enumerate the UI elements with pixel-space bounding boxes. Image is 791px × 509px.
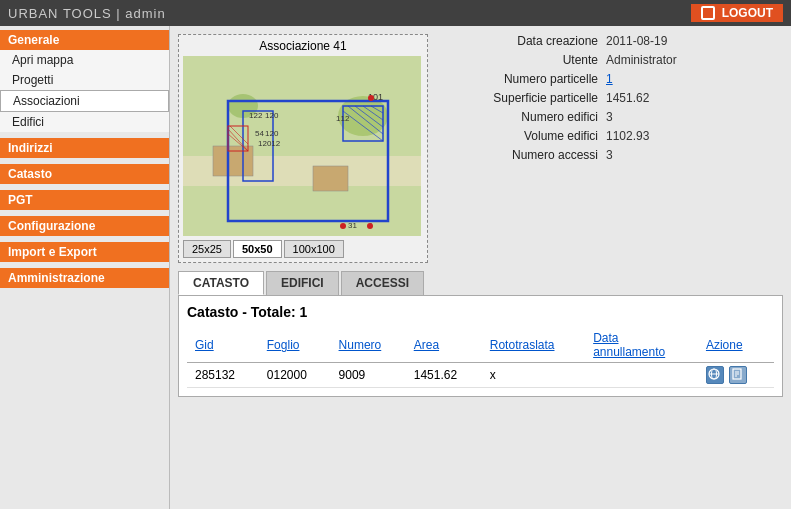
col-foglio[interactable]: Foglio	[259, 328, 331, 363]
col-gid[interactable]: Gid	[187, 328, 259, 363]
info-value-volume-edifici: 1102.93	[606, 129, 649, 143]
svg-point-29	[367, 223, 373, 229]
map-image: 101 112 122 120 54 120 12012 31 4	[183, 56, 421, 236]
sidebar-section-catasto[interactable]: Catasto	[0, 164, 169, 184]
svg-text:54: 54	[255, 129, 264, 138]
col-azione: Azione	[698, 328, 774, 363]
header: URBAN TOOLS | admin LOGOUT	[0, 0, 791, 26]
sidebar-section-import-export[interactable]: Import e Export	[0, 242, 169, 262]
col-area[interactable]: Area	[406, 328, 482, 363]
info-value-numero-particelle[interactable]: 1	[606, 72, 613, 86]
svg-point-28	[340, 223, 346, 229]
catasto-table: Gid Foglio Numero Area Rototraslata Data…	[187, 328, 774, 388]
cell-numero: 9009	[331, 363, 406, 388]
col-numero[interactable]: Numero	[331, 328, 406, 363]
top-section: Associazione 41	[178, 34, 783, 263]
info-value-utente: Administrator	[606, 53, 677, 67]
sidebar-item-apri-mappa[interactable]: Apri mappa	[0, 50, 169, 70]
svg-text:12012: 12012	[258, 139, 281, 148]
table-row: 285132 012000 9009 1451.62 x	[187, 363, 774, 388]
svg-text:122: 122	[249, 111, 263, 120]
info-row-utente: Utente Administrator	[438, 53, 783, 67]
svg-rect-3	[313, 166, 348, 191]
action-globe-button[interactable]	[706, 366, 724, 384]
action-document-button[interactable]	[729, 366, 747, 384]
sidebar-section-generale[interactable]: Generale	[0, 30, 169, 50]
info-row-superficie: Superficie particelle 1451.62	[438, 91, 783, 105]
info-label-numero-particelle: Numero particelle	[438, 72, 598, 86]
svg-text:120: 120	[265, 111, 279, 120]
sidebar-item-edifici[interactable]: Edifici	[0, 112, 169, 132]
cell-azione	[698, 363, 774, 388]
cell-data-annullamento	[585, 363, 698, 388]
tabs: CATASTO EDIFICI ACCESSI	[178, 271, 783, 295]
map-title: Associazione 41	[183, 39, 423, 53]
sidebar-section-configurazione[interactable]: Configurazione	[0, 216, 169, 236]
svg-text:112: 112	[336, 114, 350, 123]
app-title: URBAN TOOLS | admin	[8, 6, 166, 21]
info-row-numero-accessi: Numero accessi 3	[438, 148, 783, 162]
tab-catasto[interactable]: CATASTO	[178, 271, 264, 295]
info-label-volume-edifici: Volume edifici	[438, 129, 598, 143]
info-label-numero-accessi: Numero accessi	[438, 148, 598, 162]
info-value-numero-edifici: 3	[606, 110, 613, 124]
content: Associazione 41	[170, 26, 791, 509]
cell-foglio: 012000	[259, 363, 331, 388]
info-panel: Data creazione 2011-08-19 Utente Adminis…	[438, 34, 783, 263]
map-panel: Associazione 41	[178, 34, 428, 263]
info-label-numero-edifici: Numero edifici	[438, 110, 598, 124]
info-row-volume-edifici: Volume edifici 1102.93	[438, 129, 783, 143]
table-title: Catasto - Totale: 1	[187, 304, 774, 320]
scale-100x100[interactable]: 100x100	[284, 240, 344, 258]
cell-area: 1451.62	[406, 363, 482, 388]
sidebar-section-amministrazione[interactable]: Amministrazione	[0, 268, 169, 288]
sidebar-section-pgt[interactable]: PGT	[0, 190, 169, 210]
info-label-data-creazione: Data creazione	[438, 34, 598, 48]
col-data-annullamento[interactable]: Dataannullamento	[585, 328, 698, 363]
svg-text:120: 120	[265, 129, 279, 138]
svg-point-27	[368, 95, 374, 101]
sidebar-item-associazioni[interactable]: Associazioni	[0, 90, 169, 112]
table-header-row: Gid Foglio Numero Area Rototraslata Data…	[187, 328, 774, 363]
main-layout: Generale Apri mappa Progetti Associazion…	[0, 26, 791, 509]
info-label-utente: Utente	[438, 53, 598, 67]
info-value-data-creazione: 2011-08-19	[606, 34, 667, 48]
info-value-numero-accessi: 3	[606, 148, 613, 162]
logout-button[interactable]: LOGOUT	[691, 4, 783, 22]
app-title-text: URBAN TOOLS | admin	[8, 6, 166, 21]
sidebar-section-indirizzi[interactable]: Indirizzi	[0, 138, 169, 158]
map-svg: 101 112 122 120 54 120 12012 31 4	[183, 56, 421, 236]
tab-accessi[interactable]: ACCESSI	[341, 271, 424, 295]
scale-50x50[interactable]: 50x50	[233, 240, 282, 258]
tab-edifici[interactable]: EDIFICI	[266, 271, 339, 295]
sidebar: Generale Apri mappa Progetti Associazion…	[0, 26, 170, 509]
col-rototraslata[interactable]: Rototraslata	[482, 328, 585, 363]
svg-text:31: 31	[348, 221, 357, 230]
cell-rototraslata: x	[482, 363, 585, 388]
info-row-data-creazione: Data creazione 2011-08-19	[438, 34, 783, 48]
map-scales: 25x25 50x50 100x100	[183, 240, 423, 258]
info-label-superficie: Superficie particelle	[438, 91, 598, 105]
cell-gid: 285132	[187, 363, 259, 388]
sidebar-item-progetti[interactable]: Progetti	[0, 70, 169, 90]
info-value-superficie: 1451.62	[606, 91, 649, 105]
info-row-numero-edifici: Numero edifici 3	[438, 110, 783, 124]
table-area: Catasto - Totale: 1 Gid Foglio Numero Ar…	[178, 295, 783, 397]
logout-icon	[701, 6, 715, 20]
scale-25x25[interactable]: 25x25	[183, 240, 231, 258]
info-row-numero-particelle: Numero particelle 1	[438, 72, 783, 86]
